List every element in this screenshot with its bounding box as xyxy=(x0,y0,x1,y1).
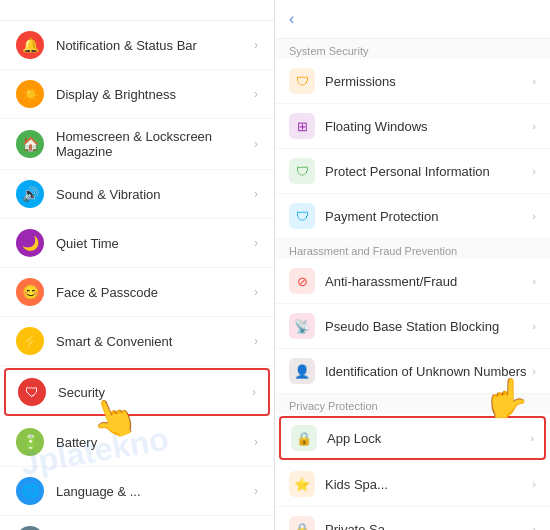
left-header xyxy=(0,0,274,21)
settings-item-label: Smart & Convenient xyxy=(56,334,254,349)
settings-item[interactable]: 🌐 Language & ... › xyxy=(0,467,274,516)
settings-item-icon: ☀️ xyxy=(16,80,44,108)
chevron-right-icon: › xyxy=(532,365,536,377)
chevron-right-icon: › xyxy=(530,432,534,444)
settings-item-icon: 🔊 xyxy=(16,180,44,208)
settings-item-label: Homescreen & Lockscreen Magazine xyxy=(56,129,254,159)
security-item-label: Pseudo Base Station Blocking xyxy=(325,319,532,334)
security-item-icon: 🛡 xyxy=(289,68,315,94)
settings-list: 🔔 Notification & Status Bar › ☀️ Display… xyxy=(0,21,274,530)
settings-item-icon: 😊 xyxy=(16,278,44,306)
settings-item-label: Security xyxy=(58,385,252,400)
chevron-right-icon: › xyxy=(532,210,536,222)
section-label: Privacy Protection xyxy=(275,394,550,414)
chevron-right-icon: › xyxy=(254,285,258,299)
settings-item-label: Display & Brightness xyxy=(56,87,254,102)
settings-item[interactable]: 🛡 Security › xyxy=(4,368,270,416)
settings-item-label: Notification & Status Bar xyxy=(56,38,254,53)
security-item-icon: 🔒 xyxy=(289,516,315,530)
security-item-icon: 📡 xyxy=(289,313,315,339)
settings-item[interactable]: ⚙️ Additional Settings › xyxy=(0,516,274,530)
settings-item-icon: 🌐 xyxy=(16,477,44,505)
settings-item-icon: 🛡 xyxy=(18,378,46,406)
settings-item[interactable]: 🔔 Notification & Status Bar › xyxy=(0,21,274,70)
chevron-right-icon: › xyxy=(254,435,258,449)
security-list-item[interactable]: 👤 Identification of Unknown Numbers › xyxy=(275,349,550,394)
settings-item-icon: 🌙 xyxy=(16,229,44,257)
security-item-icon: 🛡 xyxy=(289,203,315,229)
security-item-label: Anti-harassment/Fraud xyxy=(325,274,532,289)
settings-item[interactable]: 😊 Face & Passcode › xyxy=(0,268,274,317)
settings-item-label: Language & ... xyxy=(56,484,254,499)
security-list-item[interactable]: 🛡 Payment Protection › xyxy=(275,194,550,239)
security-item-icon: 🛡 xyxy=(289,158,315,184)
settings-item[interactable]: ⚡ Smart & Convenient › xyxy=(0,317,274,366)
security-item-label: App Lock xyxy=(327,431,530,446)
security-item-icon: 🔒 xyxy=(291,425,317,451)
security-sections: System Security 🛡 Permissions › ⊞ Floati… xyxy=(275,39,550,530)
security-list-item[interactable]: 🛡 Permissions › xyxy=(275,59,550,104)
chevron-right-icon: › xyxy=(532,120,536,132)
settings-item-label: Battery xyxy=(56,435,254,450)
chevron-right-icon: › xyxy=(254,187,258,201)
security-item-label: Private Sa... xyxy=(325,522,532,531)
security-item-icon: ⭐ xyxy=(289,471,315,497)
security-list-item[interactable]: 📡 Pseudo Base Station Blocking › xyxy=(275,304,550,349)
chevron-right-icon: › xyxy=(254,484,258,498)
security-list-item[interactable]: 🔒 Private Sa... › xyxy=(275,507,550,530)
settings-item[interactable]: 🏠 Homescreen & Lockscreen Magazine › xyxy=(0,119,274,170)
security-item-label: Permissions xyxy=(325,74,532,89)
chevron-right-icon: › xyxy=(254,38,258,52)
section-label: System Security xyxy=(275,39,550,59)
settings-item-label: Sound & Vibration xyxy=(56,187,254,202)
back-arrow-icon[interactable]: ‹ xyxy=(289,10,294,28)
chevron-right-icon: › xyxy=(532,320,536,332)
settings-item-label: Face & Passcode xyxy=(56,285,254,300)
security-item-label: Protect Personal Information xyxy=(325,164,532,179)
settings-item-icon: ⚡ xyxy=(16,327,44,355)
security-list-item[interactable]: 🔒 App Lock › xyxy=(279,416,546,460)
chevron-right-icon: › xyxy=(254,236,258,250)
settings-item[interactable]: 🔊 Sound & Vibration › xyxy=(0,170,274,219)
security-list-item[interactable]: ⊞ Floating Windows › xyxy=(275,104,550,149)
settings-item[interactable]: ☀️ Display & Brightness › xyxy=(0,70,274,119)
settings-item-label: Quiet Time xyxy=(56,236,254,251)
chevron-right-icon: › xyxy=(532,478,536,490)
chevron-right-icon: › xyxy=(532,75,536,87)
right-panel: ‹ System Security 🛡 Permissions › ⊞ Floa… xyxy=(275,0,550,530)
security-item-label: Floating Windows xyxy=(325,119,532,134)
security-list-item[interactable]: ⊘ Anti-harassment/Fraud › xyxy=(275,259,550,304)
security-item-label: Kids Spa... xyxy=(325,477,532,492)
settings-item[interactable]: 🔋 Battery › xyxy=(0,418,274,467)
chevron-right-icon: › xyxy=(532,523,536,530)
security-item-icon: ⊘ xyxy=(289,268,315,294)
chevron-right-icon: › xyxy=(254,87,258,101)
left-panel: 🔔 Notification & Status Bar › ☀️ Display… xyxy=(0,0,275,530)
chevron-right-icon: › xyxy=(532,165,536,177)
settings-item[interactable]: 🌙 Quiet Time › xyxy=(0,219,274,268)
chevron-right-icon: › xyxy=(254,137,258,151)
chevron-right-icon: › xyxy=(254,334,258,348)
section-label: Harassment and Fraud Prevention xyxy=(275,239,550,259)
security-list-item[interactable]: ⭐ Kids Spa... › xyxy=(275,462,550,507)
settings-item-icon: ⚙️ xyxy=(16,526,44,530)
chevron-right-icon: › xyxy=(532,275,536,287)
settings-item-icon: 🔋 xyxy=(16,428,44,456)
settings-item-icon: 🔔 xyxy=(16,31,44,59)
settings-item-icon: 🏠 xyxy=(16,130,44,158)
right-header: ‹ xyxy=(275,0,550,39)
security-item-label: Payment Protection xyxy=(325,209,532,224)
chevron-right-icon: › xyxy=(252,385,256,399)
security-item-label: Identification of Unknown Numbers xyxy=(325,364,532,379)
security-item-icon: 👤 xyxy=(289,358,315,384)
security-list-item[interactable]: 🛡 Protect Personal Information › xyxy=(275,149,550,194)
security-item-icon: ⊞ xyxy=(289,113,315,139)
